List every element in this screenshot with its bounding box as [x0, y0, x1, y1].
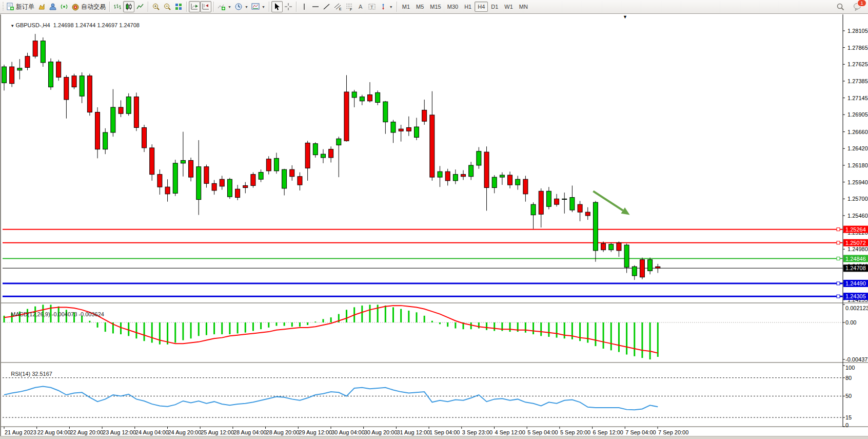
line-chart-button[interactable]: [134, 1, 146, 12]
rsi-name: RSI(14): [11, 371, 30, 377]
templates-caret-icon: ▼: [262, 5, 265, 9]
timeframe-h1-button[interactable]: H1: [461, 2, 475, 12]
fibonacci-button[interactable]: F: [344, 1, 355, 12]
chart-shift-marker-icon[interactable]: ▼: [623, 14, 627, 20]
market-watch-button[interactable]: [36, 1, 47, 12]
vertical-line-button[interactable]: [299, 1, 310, 12]
time-tick-label: 30 Aug 04:00: [331, 429, 365, 435]
candle: [555, 194, 559, 206]
text-label-button[interactable]: T: [366, 1, 378, 12]
cursor-button[interactable]: [271, 1, 283, 12]
toolbar-separator: [148, 2, 148, 12]
new-order-button[interactable]: 新订单: [5, 1, 36, 12]
candle: [415, 118, 419, 140]
periods-clock-icon: [234, 3, 243, 11]
price-tick-label: 1.25940: [847, 179, 868, 185]
svg-text:A: A: [359, 4, 363, 10]
zoom-in-button[interactable]: [150, 1, 162, 12]
search-button[interactable]: [835, 1, 846, 12]
timeframe-m5-button[interactable]: M5: [413, 2, 427, 12]
time-tick-label: 22 Aug 04:00: [37, 429, 71, 435]
text-button[interactable]: A: [355, 1, 366, 12]
candle: [10, 62, 14, 87]
search-icon: [836, 3, 845, 11]
signals-button[interactable]: [58, 1, 70, 12]
tile-windows-button[interactable]: [173, 1, 184, 12]
toolbar-right-tools: 1: [835, 1, 864, 12]
candle: [593, 201, 598, 261]
annotation-arrow[interactable]: [593, 191, 629, 215]
time-tick-label: 21 Aug 2023: [5, 429, 36, 435]
candle: [298, 173, 302, 190]
time-tick-label: 7 Sep 20:00: [658, 429, 688, 435]
arrows-caret-icon: ▼: [389, 5, 393, 9]
price-tick-label: 1.27145: [847, 95, 868, 101]
time-tick-label: 28 Aug 20:00: [266, 429, 300, 435]
hline-handle[interactable]: [837, 295, 840, 298]
timeframe-h4-button[interactable]: H4: [475, 2, 488, 12]
notifications-button[interactable]: 1: [852, 1, 864, 12]
candle: [134, 92, 139, 131]
toolbar-separator: [213, 2, 214, 12]
candle: [235, 185, 240, 200]
zoom-out-button[interactable]: [162, 1, 173, 12]
timeframe-m1-button[interactable]: M1: [399, 2, 413, 12]
candle: [570, 185, 575, 212]
templates-button[interactable]: ▼: [250, 1, 267, 12]
macd-main-value: -0.004073: [52, 311, 77, 317]
candle: [539, 188, 543, 227]
timeframe-d1-button[interactable]: D1: [488, 2, 501, 12]
candle: [461, 170, 466, 180]
chart-shift-button[interactable]: [200, 1, 211, 12]
timeframe-mn-button[interactable]: MN: [516, 2, 531, 12]
candle: [546, 187, 551, 209]
arrows-button[interactable]: ▼: [378, 1, 394, 12]
hline-handle[interactable]: [837, 257, 840, 260]
candlestick-chart-button[interactable]: [123, 1, 134, 12]
svg-text:F: F: [350, 8, 352, 11]
candle: [367, 82, 372, 102]
bar-chart-button[interactable]: [112, 1, 123, 12]
time-tick-label: 28 Aug 04:00: [233, 429, 267, 435]
candle: [399, 125, 403, 142]
svg-text:1.24708: 1.24708: [845, 265, 866, 271]
candle: [212, 180, 216, 195]
svg-text:1.25072: 1.25072: [845, 240, 866, 246]
candle: [376, 90, 380, 105]
candle: [438, 166, 442, 187]
periods-button[interactable]: ▼: [233, 1, 250, 12]
toolbar-separator: [269, 2, 269, 12]
hline-handle[interactable]: [837, 228, 840, 231]
time-tick-label: 4 Sep 12:00: [495, 429, 525, 435]
trendline-button[interactable]: [321, 1, 332, 12]
data-window-button[interactable]: [47, 1, 58, 12]
candle: [87, 74, 92, 116]
macd-scale-label: 0.00: [845, 319, 856, 326]
chart-canvas[interactable]: 1.281051.278651.276251.273851.271451.269…: [1, 14, 868, 436]
toolbar-grip[interactable]: [3, 2, 4, 11]
price-tick-label: 1.26905: [847, 111, 868, 118]
auto-trading-button[interactable]: 自动交易: [70, 1, 107, 12]
candle: [383, 101, 388, 134]
indicators-icon: [218, 3, 226, 11]
indicators-button[interactable]: ▼: [216, 1, 233, 12]
horizontal-line-button[interactable]: [310, 1, 321, 12]
rsi-scale-label: 15: [845, 414, 852, 421]
chart-shift-icon: [202, 3, 210, 11]
svg-text:E: E: [339, 7, 342, 11]
hline-handle[interactable]: [837, 282, 840, 285]
auto-scroll-button[interactable]: [189, 1, 200, 12]
timeframe-m15-button[interactable]: M15: [427, 2, 444, 12]
crosshair-button[interactable]: [283, 1, 294, 12]
bar-chart-icon: [113, 3, 122, 11]
equidistant-channel-button[interactable]: E: [332, 1, 344, 12]
hline-handle[interactable]: [837, 241, 840, 244]
time-tick-label: 5 Sep 20:00: [560, 429, 590, 435]
timeframe-group: M1M5M15M30H1H4D1W1MN: [399, 2, 531, 12]
time-tick-label: 7 Sep 04:00: [625, 429, 656, 435]
chart-menu-icon[interactable]: ▼: [10, 24, 15, 28]
time-tick-label: 24 Aug 20:00: [168, 429, 202, 435]
timeframe-w1-button[interactable]: W1: [501, 2, 516, 12]
candle: [422, 100, 427, 125]
timeframe-m30-button[interactable]: M30: [444, 2, 461, 12]
